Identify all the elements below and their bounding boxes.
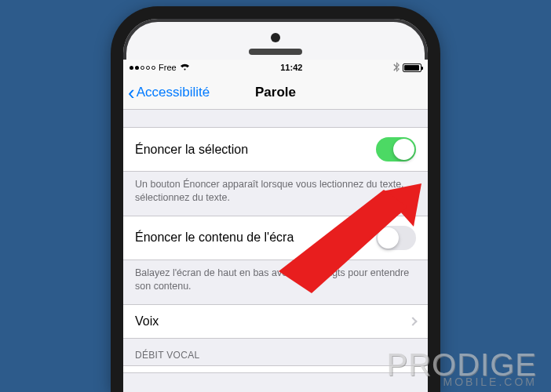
row-speak-selection-desc: Un bouton Énoncer apparaît lorsque vous … — [123, 172, 428, 216]
row-voice[interactable]: Voix — [123, 304, 428, 339]
battery-icon — [403, 64, 421, 72]
row-speak-screen-desc: Balayez l'écran de haut en bas avec deux… — [123, 260, 428, 304]
signal-dots — [130, 66, 155, 70]
row-label: Énoncer le contenu de l'écra — [135, 230, 294, 245]
carrier-label: Free — [159, 63, 177, 72]
wifi-icon — [180, 63, 190, 72]
status-bar: Free 11:42 — [123, 60, 428, 75]
switch-speak-screen[interactable] — [376, 226, 416, 250]
row-label: Voix — [135, 314, 159, 328]
row-speak-screen[interactable]: Énoncer le contenu de l'écra — [123, 216, 428, 260]
chevron-right-icon — [408, 317, 417, 325]
back-label: Accessibilité — [137, 85, 210, 100]
row-label: Énoncer la sélection — [135, 143, 248, 157]
bluetooth-icon — [393, 62, 400, 74]
clock: 11:42 — [280, 63, 302, 72]
back-button[interactable]: ‹ Accessibilité — [123, 82, 210, 103]
row-rate[interactable] — [123, 365, 428, 373]
chevron-left-icon: ‹ — [128, 82, 135, 103]
screen: Free 11:42 ‹ Accessibilité Parole — [123, 60, 428, 392]
sensor-dot — [271, 33, 280, 42]
switch-speak-selection[interactable] — [376, 137, 416, 162]
phone-frame: Free 11:42 ‹ Accessibilité Parole — [111, 6, 440, 392]
settings-list: Énoncer la sélection Un bouton Énoncer a… — [123, 110, 428, 373]
nav-bar: ‹ Accessibilité Parole — [123, 75, 428, 110]
section-header-rate: DÉBIT VOCAL — [123, 339, 428, 365]
row-speak-selection[interactable]: Énoncer la sélection — [123, 127, 428, 172]
speaker-grille — [249, 49, 302, 55]
